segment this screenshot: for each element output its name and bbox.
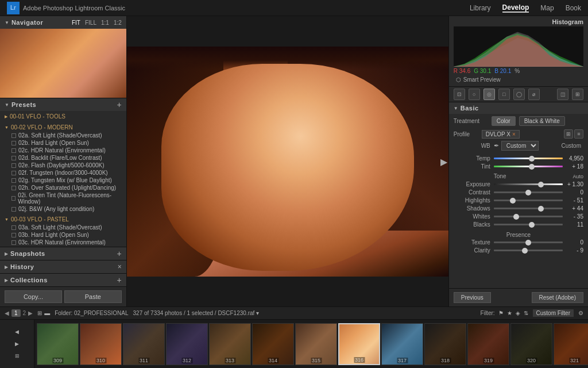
filmstrip-thumb[interactable]: 313 [209,323,251,365]
filmstrip-thumb[interactable]: 319 [467,323,509,365]
filmstrip-zoom-icon[interactable]: ⊞ [12,351,22,361]
filmstrip-thumb[interactable]: 315 [295,323,337,365]
preset-item[interactable]: 02g. Tungsten Mix (w/ Blue Daylight) [0,177,126,184]
preset-item[interactable]: 02d. Backlit (Flare/Low Contrast) [0,154,126,162]
graduated-filter-tool[interactable]: □ [498,89,510,100]
spot-removal-tool[interactable]: ○ [469,89,480,100]
whites-slider-track[interactable] [494,216,563,217]
wb-select[interactable]: Custom [501,141,539,151]
profile-x-button[interactable]: × [512,131,516,137]
contrast-slider-thumb[interactable] [525,190,531,195]
temp-slider-thumb[interactable] [529,156,535,162]
filmstrip-mode-icon[interactable]: ▬ [44,310,50,316]
next-page-button[interactable]: ▶ [28,310,33,316]
filmstrip-thumb-selected[interactable]: 316 [338,323,380,365]
tab-library[interactable]: Library [470,4,491,12]
profile-list-icon[interactable]: ≡ [574,129,583,139]
filmstrip-thumb[interactable]: 312 [166,323,208,365]
add-collection-button[interactable]: + [117,275,122,285]
previous-button[interactable]: Previous [454,292,491,303]
navigator-preview[interactable] [0,29,126,98]
preset-item[interactable]: 02f. Tungsten (Indoor/3000-4000K) [0,169,126,177]
filmstrip-thumb[interactable]: 314 [252,323,294,365]
copy-button[interactable]: Copy... [5,290,62,303]
zoom-1-2[interactable]: 1:2 [114,20,122,26]
reset-button[interactable]: Reset (Adobe) [532,292,583,303]
highlights-slider-thumb[interactable] [510,198,516,204]
preset-item[interactable]: 02a. Soft Light (Shade/Overcast) [0,132,126,139]
image-next-arrow[interactable]: ▶ [440,156,447,167]
highlights-slider-track[interactable] [494,200,563,201]
clarity-slider-track[interactable] [494,250,563,251]
shadows-slider-thumb[interactable] [538,206,544,212]
preset-item[interactable]: 02i. Green Tint (Nature-Fluorescens-Wind… [0,191,126,205]
bw-treatment-button[interactable]: Black & White [519,116,565,126]
color-treatment-button[interactable]: Color [492,116,516,126]
history-header[interactable]: ▶ History × [0,260,126,273]
filter-star-icon[interactable]: ★ [507,310,512,316]
preset-group-modern-header[interactable]: ▼ 00-02 VFLO - MODERN [0,123,126,132]
add-snapshot-button[interactable]: + [117,249,122,258]
blacks-slider-thumb[interactable] [529,222,535,228]
prev-page-button[interactable]: ◀ [5,310,9,316]
preset-item[interactable]: 02b. Hard Light (Open Sun) [0,139,126,147]
presets-header[interactable]: ▼ Presets + [0,98,126,111]
filter-flag-icon[interactable]: ⚑ [498,310,504,316]
tab-book[interactable]: Book [566,4,581,12]
preset-item[interactable]: 03a. Soft Light (Shade/Overcast) [0,224,126,231]
filter-color-icon[interactable]: ◈ [516,310,520,316]
filmstrip-prev-icon[interactable]: ◀ [12,327,22,337]
basic-panel-header[interactable]: ▼ Basic [449,102,588,114]
exposure-slider-track[interactable] [494,183,563,185]
navigator-header[interactable]: ▼ Navigator FIT FILL 1:1 1:2 [0,16,126,29]
filmstrip-thumb[interactable]: 317 [381,323,423,365]
paste-button[interactable]: Paste [64,290,122,303]
shadows-slider-track[interactable] [494,208,563,209]
grid-mode-icon[interactable]: ⊞ [37,310,42,316]
preset-item[interactable]: 02e. Flash (Daylight/5000-6000K) [0,162,126,169]
filmstrip-thumb[interactable]: 320 [510,323,552,365]
tab-map[interactable]: Map [540,4,554,12]
preset-group-pastel-header[interactable]: ▼ 00-03 VFLO - PASTEL [0,215,126,224]
blacks-slider-track[interactable] [494,224,563,225]
auto-tone-button[interactable]: Auto [572,174,583,179]
zoom-fit[interactable]: FIT [72,20,80,26]
add-preset-button[interactable]: + [117,100,122,109]
exposure-slider-thumb[interactable] [538,182,544,187]
filmstrip-thumb[interactable]: 310 [80,323,122,365]
filmstrip-thumb[interactable]: 311 [123,323,165,365]
red-eye-tool[interactable]: ◎ [483,89,495,100]
contrast-slider-track[interactable] [494,191,563,193]
page-1-button[interactable]: 1 [11,309,21,317]
preset-item[interactable]: 03c. HDR Natural (Environmental) [0,239,126,246]
tint-slider-thumb[interactable] [529,164,535,170]
profile-select[interactable]: DVLOP X × [482,130,520,139]
collections-header[interactable]: ▶ Collections + [0,274,126,286]
tab-develop[interactable]: Develop [502,3,529,13]
preset-item[interactable]: 02c. HDR Natural (Environmental) [0,147,126,154]
texture-slider-thumb[interactable] [525,240,531,246]
grid-view-tool[interactable]: ⊞ [572,89,583,100]
preset-item[interactable]: 03b. Hard Light (Open Sun) [0,231,126,239]
temp-slider-track[interactable] [494,158,563,159]
page-2-button[interactable]: 2 [23,310,26,316]
filter-settings-icon[interactable]: ⚙ [578,310,583,316]
radial-filter-tool[interactable]: ◯ [513,89,525,100]
adjustment-brush-tool[interactable]: ⌀ [528,89,540,100]
whites-slider-thumb[interactable] [513,214,519,220]
preset-item[interactable]: 02h. Over Saturated (Uplight/Dancing) [0,184,126,191]
crop-tool[interactable]: ⊡ [454,89,465,100]
filmstrip-thumb[interactable]: 318 [424,323,466,365]
preset-group-tools-header[interactable]: ▶ 00-01 VFLO - TOOLS [0,112,126,121]
profile-grid-icon[interactable]: ⊞ [564,129,573,139]
filmstrip-next-icon[interactable]: ▶ [12,339,22,349]
zoom-1-1[interactable]: 1:1 [101,20,109,26]
texture-slider-track[interactable] [494,241,563,243]
filmstrip-thumb[interactable]: 309 [37,323,79,365]
filter-sort-icon[interactable]: ⇅ [524,310,528,316]
custom-filter-label[interactable]: Custom Filter [533,309,574,317]
tint-slider-track[interactable] [494,166,563,167]
filmstrip-thumb[interactable]: 321 [554,323,588,365]
zoom-fill[interactable]: FILL [85,20,96,26]
eyedropper-icon[interactable]: ✒ [494,142,499,150]
